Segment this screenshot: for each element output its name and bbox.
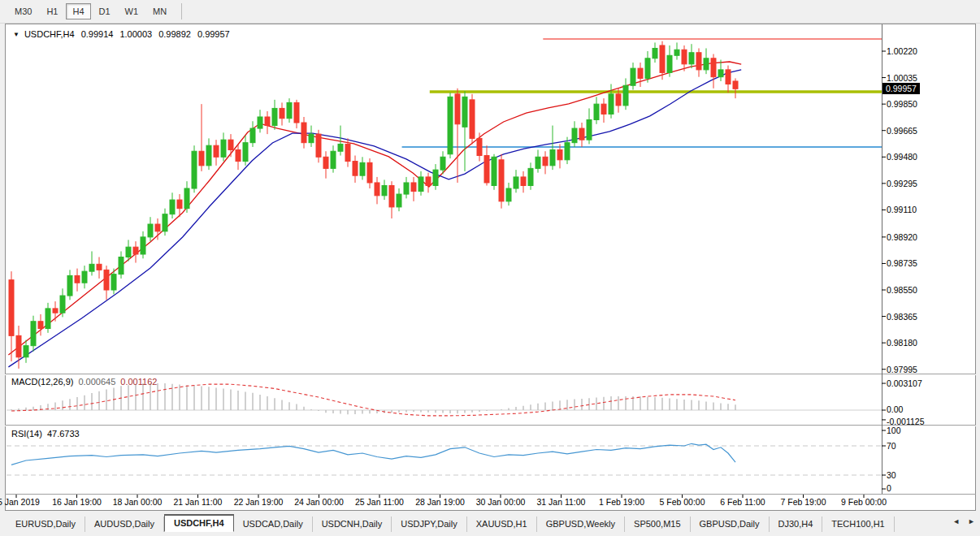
main-chart-canvas[interactable] [0, 0, 980, 536]
candle-body [353, 162, 358, 176]
candle-body [711, 58, 716, 77]
price-axis-label: 0.98735 [887, 258, 917, 268]
candle-body [177, 200, 182, 209]
candle-body [301, 123, 306, 143]
ohlc-high: 1.00003 [119, 29, 152, 39]
candle-body [514, 177, 518, 188]
rsi-axis-label: 100 [887, 426, 901, 435]
candle-body [572, 128, 577, 143]
candle-body [214, 145, 219, 157]
price-axis-label: 0.99295 [887, 179, 917, 188]
candle-body [9, 280, 14, 336]
chart-symbol-info: ▼ USDCHF,H4 0.99914 1.00003 0.99892 0.99… [13, 29, 230, 39]
candle-body [689, 53, 694, 64]
candle-body [521, 177, 526, 186]
candle-body [653, 48, 657, 58]
rsi-axis-label: 70 [887, 441, 896, 451]
candle-body [38, 322, 43, 329]
candle-body [287, 102, 292, 118]
candle-body [601, 104, 606, 114]
candle-body [67, 275, 72, 296]
candle-body [316, 134, 321, 157]
candle-body [638, 68, 643, 78]
candle-body [243, 143, 248, 162]
candle-body [375, 183, 379, 196]
candle-body [360, 162, 365, 175]
candle-body [645, 58, 650, 79]
price-axis-label: 0.98550 [887, 285, 917, 295]
candle-body [565, 143, 570, 160]
candle-body [477, 138, 482, 155]
candle-body [579, 128, 584, 140]
tab-scroll-right-icon[interactable]: ► [968, 517, 975, 525]
macd-main-value: 0.000645 [78, 377, 115, 387]
candle-body [506, 188, 511, 201]
candle-body [345, 144, 350, 161]
candle-body [170, 200, 175, 214]
candle-body [499, 160, 504, 201]
current-price-badge: 0.99957 [882, 83, 920, 94]
candle-body [550, 149, 555, 165]
candle-body [404, 183, 409, 194]
candle-body [674, 50, 679, 55]
tab-scroll-left-icon[interactable]: ◄ [952, 517, 960, 525]
macd-indicator-label: MACD(12,26,9) 0.000645 0.001162 [11, 377, 157, 387]
candle-body [31, 322, 36, 346]
candle-body [148, 224, 153, 237]
symbol-dropdown-icon[interactable]: ▼ [13, 31, 20, 38]
candle-body [258, 117, 262, 128]
candle-body [111, 274, 116, 290]
macd-name: MACD(12,26,9) [11, 377, 73, 387]
time-axis-label: 28 Jan 19:00 [408, 497, 473, 507]
time-axis-label: 21 Jan 11:00 [166, 497, 231, 507]
time-axis-label: 30 Jan 00:00 [468, 497, 533, 507]
candle-body [309, 134, 314, 143]
candle-body [448, 97, 453, 153]
candle-body [75, 275, 80, 283]
candle-body [587, 120, 592, 140]
candle-body [294, 102, 299, 123]
candle-body [426, 177, 431, 186]
time-axis-label: 18 Jan 00:00 [105, 497, 170, 507]
candle-body [155, 224, 160, 231]
price-axis-label: 0.99665 [887, 126, 917, 136]
candle-body [228, 140, 233, 149]
candle-body [543, 157, 548, 166]
candle-body [280, 108, 284, 118]
candle-body [60, 296, 65, 313]
candle-body [733, 81, 738, 89]
time-axis-label: 15 Jan 2019 [0, 497, 49, 507]
time-axis-label: 5 Feb 00:00 [650, 497, 715, 507]
candle-body [623, 85, 628, 106]
candle-body [206, 145, 211, 166]
candle-body [192, 151, 197, 188]
time-axis-label: 1 Feb 19:00 [589, 497, 654, 507]
price-axis-label: 0.99110 [887, 205, 917, 214]
macd-axis-label: 0.00 [887, 404, 903, 414]
chart-symbol: USDCHF,H4 [24, 29, 75, 39]
time-axis-label: 24 Jan 00:00 [287, 497, 352, 507]
rsi-value: 47.6733 [47, 429, 80, 439]
candle-body [46, 309, 50, 329]
price-axis-label: 1.00220 [887, 46, 917, 56]
candle-body [221, 140, 226, 157]
time-axis-label: 7 Feb 19:00 [771, 497, 836, 507]
time-axis-label: 16 Jan 19:00 [45, 497, 110, 507]
time-axis-label: 9 Feb 00:00 [831, 497, 896, 507]
rsi-indicator-label: RSI(14) 47.6733 [11, 429, 80, 439]
candle-body [660, 45, 665, 72]
ohlc-low: 0.99892 [158, 29, 191, 39]
price-axis-label: 0.97995 [887, 365, 917, 374]
time-axis-label: 31 Jan 11:00 [529, 497, 594, 507]
candle-body [440, 157, 445, 170]
chart-tab-usdchf-h4[interactable]: USDCHF,H4 [164, 515, 234, 532]
candle-body [250, 128, 255, 143]
candle-body [418, 177, 423, 192]
ohlc-open: 0.99914 [81, 29, 114, 39]
candle-body [667, 55, 672, 72]
candle-body [199, 151, 204, 166]
candle-body [389, 185, 394, 206]
time-axis-label: 25 Jan 11:00 [347, 497, 412, 507]
candle-body [163, 214, 167, 231]
candle-body [528, 168, 533, 185]
